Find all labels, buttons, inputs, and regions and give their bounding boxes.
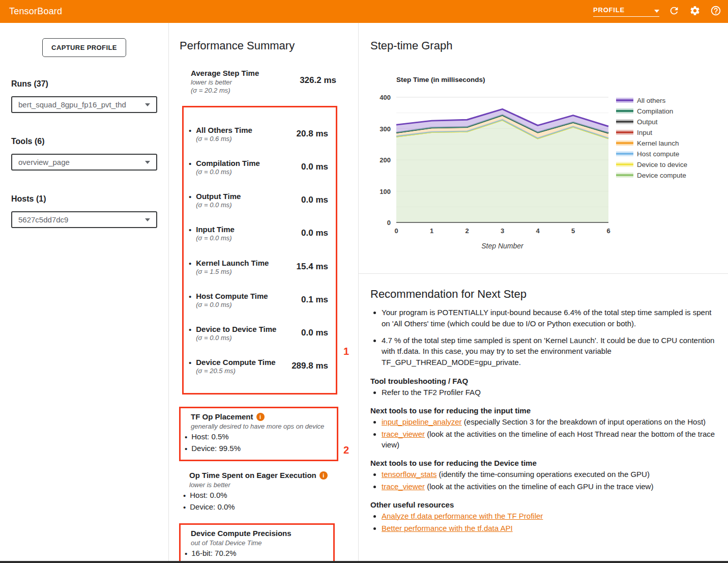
metric-value: 15.4 ms <box>297 259 328 272</box>
recommendation-item: trace_viewer (look at the activities on … <box>382 481 718 492</box>
svg-text:Compilation: Compilation <box>637 107 673 115</box>
bullet-icon: • <box>189 192 191 202</box>
svg-text:0: 0 <box>387 219 391 227</box>
metric-sigma: (σ = 0.6 ms) <box>196 135 252 143</box>
recommendation-link[interactable]: Analyze tf.data performance with the TF … <box>382 512 543 520</box>
scrollbar-thumb[interactable] <box>0 561 728 563</box>
info-icon[interactable]: i <box>256 413 265 421</box>
info-icon[interactable]: i <box>319 471 328 480</box>
bullet-icon: • <box>189 225 191 235</box>
bullet-icon: • <box>189 325 191 335</box>
runs-dropdown[interactable]: bert_squad_8gpu_fp16_pvt_thd <box>11 96 157 113</box>
hosts-dropdown[interactable]: 5627c5dd7dc9 <box>11 211 157 228</box>
metric-row: • Device to Device Time (σ = 0.0 ms) 0.0… <box>189 325 328 342</box>
metric-label: Kernel Launch Time <box>196 259 269 267</box>
tools-label: Tools (6) <box>11 137 157 146</box>
runs-dropdown-value: bert_squad_8gpu_fp16_pvt_thd <box>18 100 126 109</box>
step-time-chart[interactable]: Step Time (in milliseconds)0100200300400… <box>359 74 728 255</box>
metric-row: • Kernel Launch Time (σ = 1.5 ms) 15.4 m… <box>189 259 328 275</box>
svg-text:Input: Input <box>637 129 652 136</box>
bullet-icon: • <box>183 491 186 501</box>
metric-row: • Host Compute Time (σ = 0.0 ms) 0.1 ms <box>189 292 328 308</box>
bullet-icon: • <box>189 126 191 136</box>
annotation-number-2: 2 <box>343 444 349 456</box>
chevron-down-icon <box>145 161 150 164</box>
reload-icon <box>668 5 680 18</box>
bullet-icon: • <box>189 159 191 169</box>
metric-label: Compilation Time <box>196 159 260 167</box>
list-item-text: Device: 99.5% <box>191 444 241 454</box>
reload-button[interactable] <box>668 6 680 18</box>
list-item-text: Device: 0.0% <box>190 502 235 513</box>
svg-text:0: 0 <box>394 227 398 235</box>
capture-profile-button[interactable]: CAPTURE PROFILE <box>42 38 126 57</box>
list-item-text: Host: 0.5% <box>191 432 228 442</box>
svg-text:4: 4 <box>536 227 540 235</box>
svg-text:Step Time (in milliseconds): Step Time (in milliseconds) <box>396 76 485 83</box>
recommendation-bullet: 4.7 % of the total step time sampled is … <box>382 335 718 368</box>
recommendation-item: Better performance with the tf.data API <box>382 523 718 533</box>
recommendation-item: input_pipeline_analyzer (especially Sect… <box>382 416 718 427</box>
metric-sigma: (σ = 0.0 ms) <box>196 201 241 209</box>
bullet-icon: • <box>185 432 187 442</box>
metric-value: 0.1 ms <box>301 292 328 305</box>
svg-text:400: 400 <box>380 94 391 101</box>
bullet-icon: • <box>189 259 191 269</box>
recommendation-item: Analyze tf.data performance with the TF … <box>382 511 718 521</box>
recommendation-list: input_pipeline_analyzer (especially Sect… <box>370 416 718 450</box>
recommendation-link[interactable]: trace_viewer <box>382 430 425 438</box>
svg-text:Kernel launch: Kernel launch <box>637 139 679 147</box>
bullet-icon: • <box>183 502 186 513</box>
recommendation-item: trace_viewer (look at the activities on … <box>382 429 718 450</box>
metric-label: Output Time <box>196 192 241 201</box>
eager-execution-note: lower is better <box>189 481 343 489</box>
svg-text:All others: All others <box>637 97 666 104</box>
recommendation-text: (especially Section 3 for the breakdown … <box>462 417 706 426</box>
recommendation-subheading: Tool troubleshooting / FAQ <box>370 377 718 385</box>
app-title: TensorBoard <box>9 6 62 17</box>
recommendation-title: Recommendation for Next Step <box>370 288 718 301</box>
op-placement-annotation-box: TF Op Placement i generally desired to h… <box>179 407 338 461</box>
metric-value: 289.8 ms <box>292 358 328 371</box>
recommendation-link[interactable]: trace_viewer <box>382 482 425 491</box>
svg-text:Device to device: Device to device <box>637 161 687 168</box>
svg-text:2: 2 <box>465 227 469 235</box>
help-button[interactable] <box>710 6 722 18</box>
metric-label: Host Compute Time <box>196 292 268 300</box>
hosts-dropdown-value: 5627c5dd7dc9 <box>18 215 68 224</box>
metric-row: • All Others Time (σ = 0.6 ms) 20.8 ms <box>189 126 328 143</box>
performance-summary-panel: Performance Summary Average Step Time lo… <box>169 23 359 563</box>
dashboard-selector[interactable]: PROFILE <box>593 6 659 17</box>
metric-note: lower is better <box>191 78 259 86</box>
metric-sigma: (σ = 0.0 ms) <box>196 334 276 342</box>
recommendation-link[interactable]: input_pipeline_analyzer <box>382 417 462 426</box>
tools-dropdown[interactable]: overview_page <box>11 154 157 171</box>
bullet-icon: • <box>185 444 187 454</box>
svg-text:Output: Output <box>637 118 658 126</box>
settings-button[interactable] <box>689 6 701 18</box>
recommendation-list: Analyze tf.data performance with the TF … <box>370 511 718 533</box>
precisions-note: out of Total Device Time <box>191 539 329 547</box>
list-item: •Device: 0.0% <box>183 502 343 513</box>
horizontal-scrollbar[interactable] <box>0 561 728 563</box>
recommendation-list: tensorflow_stats (identify the time-cons… <box>370 469 718 492</box>
svg-text:Step Number: Step Number <box>481 242 524 250</box>
step-time-graph-section: Step-time Graph Step Time (in millisecon… <box>359 23 728 274</box>
recommendation-link[interactable]: Better performance with the tf.data API <box>382 524 513 532</box>
recommendation-item: Refer to the TF2 Profiler FAQ <box>382 387 718 398</box>
metric-label: Device Compute Time <box>196 358 275 367</box>
gear-icon <box>689 5 701 18</box>
svg-text:Device compute: Device compute <box>637 172 686 179</box>
list-item-text: 16-bit: 70.2% <box>191 549 236 559</box>
recommendation-section: Recommendation for Next Step Your progra… <box>359 274 728 563</box>
recommendation-link[interactable]: tensorflow_stats <box>382 470 436 478</box>
metric-label: Average Step Time <box>191 69 259 77</box>
metric-value: 0.0 ms <box>301 325 328 338</box>
recommendation-item: tensorflow_stats (identify the time-cons… <box>382 469 718 480</box>
list-item: •Host: 0.0% <box>183 491 343 501</box>
metric-value: 20.8 ms <box>297 126 328 139</box>
metric-row: • Device Compute Time (σ = 20.5 ms) 289.… <box>189 358 328 375</box>
chevron-down-icon <box>145 103 150 106</box>
bullet-icon: • <box>185 549 187 559</box>
tools-dropdown-value: overview_page <box>18 158 70 166</box>
